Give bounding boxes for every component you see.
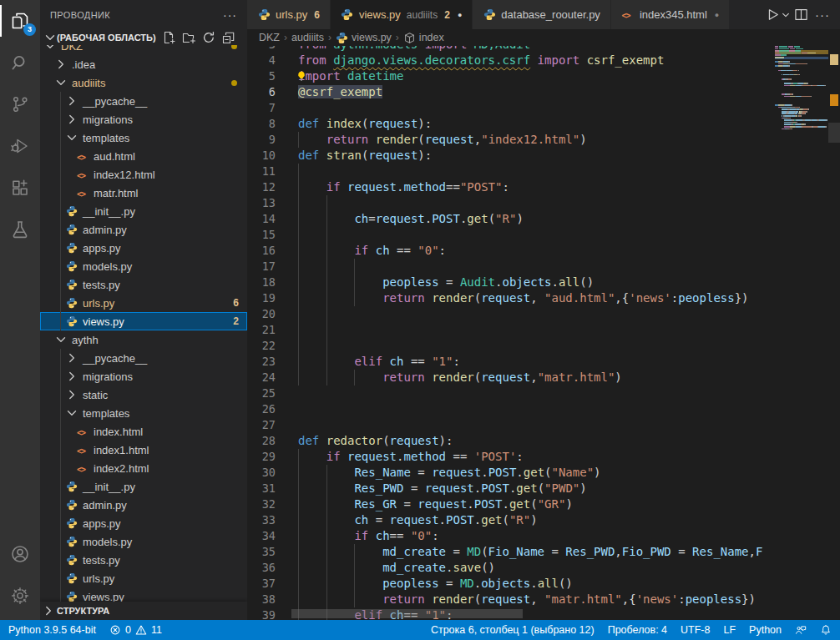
tree-item--idea[interactable]: .idea bbox=[40, 55, 247, 73]
line-number[interactable]: 13 bbox=[247, 195, 276, 211]
code-editor[interactable]: 3from aythh.models import MD,Audit4from … bbox=[247, 46, 840, 620]
code-line-19[interactable]: 19 return render(request, "aud.html",{'n… bbox=[247, 290, 775, 306]
line-number[interactable]: 25 bbox=[247, 386, 276, 401]
run-python-file-icon[interactable] bbox=[766, 8, 780, 22]
code-line-38[interactable]: 38 return render(request, "matr.html",{'… bbox=[247, 592, 775, 607]
line-number[interactable]: 19 bbox=[247, 290, 276, 306]
line-number[interactable]: 21 bbox=[247, 322, 276, 338]
activity-search-button[interactable] bbox=[0, 42, 40, 83]
code-line-20[interactable]: 20 bbox=[247, 306, 775, 322]
code-line-9[interactable]: 9 return render(request,"index12.html") bbox=[247, 132, 775, 148]
code-line-34[interactable]: 34 if ch== "0": bbox=[247, 528, 775, 544]
line-number[interactable]: 38 bbox=[247, 592, 276, 607]
code-line-31[interactable]: 31 Res_PWD = request.POST.get("PWD") bbox=[247, 481, 775, 496]
code-line-25[interactable]: 25 bbox=[247, 386, 775, 401]
indentation-status[interactable]: Пробелов: 4 bbox=[601, 620, 674, 640]
activity-account-button[interactable] bbox=[0, 533, 40, 575]
line-number[interactable]: 35 bbox=[247, 544, 276, 560]
line-number[interactable]: 5 bbox=[247, 68, 276, 84]
split-editor-icon[interactable] bbox=[794, 8, 808, 22]
line-number[interactable]: 33 bbox=[247, 512, 276, 528]
code-line-22[interactable]: 22 bbox=[247, 338, 775, 354]
code-line-27[interactable]: 27 bbox=[247, 417, 775, 433]
outline-section-header[interactable]: СТРУКТУРА bbox=[40, 602, 247, 620]
line-number[interactable]: 10 bbox=[247, 148, 276, 164]
code-line-13[interactable]: 13 bbox=[247, 195, 775, 211]
collapse-all-icon[interactable] bbox=[222, 31, 235, 44]
vertical-scrollbar-slider[interactable] bbox=[828, 123, 840, 143]
activity-run-debug-button[interactable] bbox=[0, 125, 40, 167]
run-dropdown-chevron-icon[interactable] bbox=[781, 10, 791, 20]
tree-item-models-py[interactable]: models.py bbox=[40, 532, 247, 551]
tree-item-index-html[interactable]: <>index.html bbox=[40, 422, 247, 441]
code-line-23[interactable]: 23 elif ch == "1": bbox=[247, 354, 775, 370]
line-number[interactable]: 32 bbox=[247, 496, 276, 512]
code-line-37[interactable]: 37 peopless = MD.objects.all() bbox=[247, 576, 775, 592]
line-number[interactable]: 3 bbox=[247, 46, 276, 53]
tree-item-aythh[interactable]: aythh bbox=[40, 330, 247, 349]
tab-database-roouter-py[interactable]: database_roouter.py bbox=[473, 0, 611, 29]
code-line-15[interactable]: 15 bbox=[247, 227, 775, 243]
problems-status[interactable]: 0 11 bbox=[103, 620, 169, 640]
tree-item--init-py[interactable]: __init__.py bbox=[40, 477, 247, 496]
activity-testing-button[interactable] bbox=[0, 209, 40, 250]
tree-item-views-py[interactable]: views.py2 bbox=[40, 312, 247, 330]
code-line-6[interactable]: 6@csrf_exempt bbox=[247, 84, 775, 100]
code-line-26[interactable]: 26 bbox=[247, 401, 775, 417]
activity-explorer-button[interactable]: 3 bbox=[0, 0, 40, 42]
tree-item-aud-html[interactable]: <>aud.html bbox=[40, 147, 247, 165]
code-line-33[interactable]: 33 ch = request.POST.get("R") bbox=[247, 512, 775, 528]
tree-item-index12-html[interactable]: <>index12.html bbox=[40, 165, 247, 184]
workspace-section-header[interactable]: (РАБОЧАЯ ОБЛАСТЬ) ... bbox=[40, 29, 247, 46]
line-number[interactable]: 37 bbox=[247, 576, 276, 592]
code-line-11[interactable]: 11 bbox=[247, 164, 775, 179]
code-line-21[interactable]: 21 bbox=[247, 322, 775, 338]
code-line-28[interactable]: 28def redactor(request): bbox=[247, 433, 775, 449]
line-number[interactable]: 4 bbox=[247, 53, 276, 68]
tree-item--pycache-[interactable]: __pycache__ bbox=[40, 349, 247, 367]
refresh-icon[interactable] bbox=[202, 31, 215, 44]
line-number[interactable]: 20 bbox=[247, 306, 276, 322]
more-actions-button[interactable]: ··· bbox=[812, 8, 833, 22]
eol-status[interactable]: LF bbox=[716, 620, 742, 640]
line-number[interactable]: 28 bbox=[247, 433, 276, 449]
breadcrumb-item-dkz[interactable]: DKZ bbox=[259, 32, 280, 43]
breadcrumb-item-viewspy[interactable]: views.py bbox=[336, 32, 392, 44]
code-line-24[interactable]: 24 return render(request,"matr.html") bbox=[247, 370, 775, 386]
tree-item-tests-py[interactable]: tests.py bbox=[40, 275, 247, 294]
breadcrumb-item-audiiits[interactable]: audiiits bbox=[291, 32, 324, 43]
cursor-position-status[interactable]: Строка 6, столбец 1 (выбрано 12) bbox=[424, 620, 601, 640]
tree-item-apps-py[interactable]: apps.py bbox=[40, 239, 247, 257]
line-number[interactable]: 39 bbox=[247, 607, 276, 620]
activity-settings-button[interactable] bbox=[0, 575, 40, 617]
line-number[interactable]: 16 bbox=[247, 243, 276, 259]
line-number[interactable]: 34 bbox=[247, 528, 276, 544]
code-line-17[interactable]: 17 bbox=[247, 259, 775, 275]
horizontal-scrollbar-slider[interactable] bbox=[291, 609, 523, 618]
code-line-36[interactable]: 36 md_create.save() bbox=[247, 560, 775, 576]
tree-item-static[interactable]: static bbox=[40, 386, 247, 404]
line-number[interactable]: 18 bbox=[247, 275, 276, 290]
code-line-8[interactable]: 8def index(request): bbox=[247, 116, 775, 132]
python-version-status[interactable]: Python 3.9.5 64-bit bbox=[0, 620, 103, 640]
line-number[interactable]: 22 bbox=[247, 338, 276, 354]
tree-item-index1-html[interactable]: <>index1.html bbox=[40, 441, 247, 459]
tree-item-dkz[interactable]: DKZ bbox=[40, 45, 247, 55]
tree-item-admin-py[interactable]: admin.py bbox=[40, 496, 247, 514]
encoding-status[interactable]: UTF-8 bbox=[674, 620, 716, 640]
tree-item-models-py[interactable]: models.py bbox=[40, 257, 247, 275]
code-line-32[interactable]: 32 Res_GR = request.POST.get("GR") bbox=[247, 496, 775, 512]
tree-item-tests-py[interactable]: tests.py bbox=[40, 551, 247, 569]
tree-item-admin-py[interactable]: admin.py bbox=[40, 220, 247, 239]
code-line-16[interactable]: 16 if ch == "0": bbox=[247, 243, 775, 259]
code-line-29[interactable]: 29 if request.method == 'POST': bbox=[247, 449, 775, 465]
tree-item-views-py[interactable]: views.py bbox=[40, 587, 247, 602]
tree-item-index2-html[interactable]: <>index2.html bbox=[40, 459, 247, 477]
feedback-button[interactable] bbox=[788, 620, 813, 640]
code-line-5[interactable]: 5import datetime bbox=[247, 68, 775, 84]
line-number[interactable]: 30 bbox=[247, 465, 276, 481]
language-mode-status[interactable]: Python bbox=[742, 620, 788, 640]
line-number[interactable]: 36 bbox=[247, 560, 276, 576]
activity-source-control-button[interactable] bbox=[0, 83, 40, 125]
code-line-3[interactable]: 3from aythh.models import MD,Audit bbox=[247, 46, 775, 53]
